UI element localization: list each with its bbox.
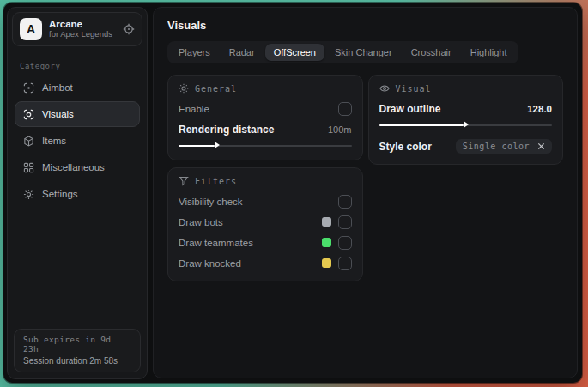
draw-knocked-controls <box>322 257 352 270</box>
visual-card: Visual Draw outline 128.0 Style color Si… <box>368 75 564 165</box>
rendering-distance-slider[interactable] <box>179 140 352 151</box>
general-card-title: General <box>195 84 237 94</box>
category-label: Category <box>20 62 135 70</box>
tab-players[interactable]: Players <box>170 44 219 61</box>
enable-checkbox[interactable] <box>338 102 352 116</box>
sub-expiry-text: Sub expires in 9d 23h <box>23 335 131 354</box>
style-color-value: Single color <box>463 142 530 151</box>
visibility-check-checkbox[interactable] <box>338 195 352 209</box>
tab-highlight[interactable]: Highlight <box>462 44 516 61</box>
sidebar: A Arcane for Apex Legends Category <box>7 7 148 379</box>
brand-text: Arcane for Apex Legends <box>49 19 116 39</box>
visuals-scan-icon <box>23 109 34 120</box>
sidebar-item-label: Miscellaneous <box>42 162 105 172</box>
draw-outline-value: 128.0 <box>527 104 552 114</box>
cube-icon <box>23 136 34 147</box>
sidebar-item-label: Items <box>42 136 66 146</box>
general-card: General Enable Rendering distance 100m <box>167 75 363 160</box>
rendering-distance-value: 100m <box>328 124 352 135</box>
app-subtitle: for Apex Legends <box>49 30 116 39</box>
rendering-distance-label: Rendering distance <box>179 124 274 136</box>
sidebar-nav: Aimbot Visuals Items <box>8 75 147 207</box>
draw-teammates-checkbox[interactable] <box>338 236 352 250</box>
draw-bots-checkbox[interactable] <box>338 215 352 229</box>
gear-icon <box>23 189 34 200</box>
bots-color-swatch[interactable] <box>322 217 331 227</box>
knocked-color-swatch[interactable] <box>322 258 331 268</box>
sidebar-item-label: Settings <box>42 189 78 199</box>
draw-bots-label: Draw bots <box>179 217 223 227</box>
draw-outline-slider[interactable] <box>379 119 553 130</box>
teammates-color-swatch[interactable] <box>322 238 331 247</box>
sidebar-item-visuals[interactable]: Visuals <box>15 101 140 127</box>
filters-card-header: Filters <box>179 176 352 186</box>
sidebar-item-settings[interactable]: Settings <box>15 181 140 207</box>
slider-fill <box>379 124 464 126</box>
brand-header: A Arcane for Apex Legends <box>12 12 142 46</box>
visibility-check-label: Visibility check <box>179 197 243 207</box>
tab-crosshair[interactable]: Crosshair <box>403 44 460 61</box>
sidebar-item-aimbot[interactable]: Aimbot <box>15 75 140 100</box>
sidebar-item-items[interactable]: Items <box>15 128 140 154</box>
sidebar-item-miscellaneous[interactable]: Miscellaneous <box>15 154 140 180</box>
clear-icon[interactable] <box>537 142 545 150</box>
rendering-distance-row: Rendering distance 100m <box>179 120 352 138</box>
app-logo: A <box>20 18 42 40</box>
enable-row: Enable <box>179 100 352 118</box>
general-card-header: General <box>179 83 352 94</box>
filters-card: Filters Visibility check Draw bots <box>167 167 363 281</box>
main-panel: Visuals Players Radar OffScreen Skin Cha… <box>153 7 578 378</box>
style-color-label: Style color <box>379 141 432 153</box>
style-color-row: Style color Single color <box>379 137 553 155</box>
visuals-tabbar: Players Radar OffScreen Skin Changer Cro… <box>167 41 518 63</box>
left-column: General Enable Rendering distance 100m <box>167 75 363 281</box>
tab-skin-changer[interactable]: Skin Changer <box>326 44 401 61</box>
right-column: Visual Draw outline 128.0 Style color Si… <box>368 75 564 165</box>
eye-icon <box>379 83 390 94</box>
filters-card-title: Filters <box>195 177 237 186</box>
enable-label: Enable <box>179 104 209 114</box>
draw-knocked-label: Draw knocked <box>179 258 241 269</box>
draw-knocked-row: Draw knocked <box>179 254 352 272</box>
session-duration-text: Session duration 2m 58s <box>23 356 131 366</box>
visibility-check-row: Visibility check <box>179 192 352 210</box>
sidebar-item-label: Aimbot <box>42 82 73 93</box>
draw-outline-label: Draw outline <box>379 103 441 115</box>
draw-teammates-label: Draw teammates <box>179 238 253 248</box>
crosshair-icon[interactable] <box>123 23 135 35</box>
sidebar-item-label: Visuals <box>42 109 74 119</box>
grid-icon <box>23 162 34 173</box>
tab-radar[interactable]: Radar <box>221 44 264 61</box>
visual-card-header: Visual <box>379 83 553 94</box>
content-grid: General Enable Rendering distance 100m <box>167 75 563 281</box>
draw-knocked-checkbox[interactable] <box>338 257 352 270</box>
slider-fill <box>179 145 215 147</box>
tab-offscreen[interactable]: OffScreen <box>265 44 324 61</box>
aimbot-scope-icon <box>23 82 34 94</box>
style-color-select[interactable]: Single color <box>456 139 552 154</box>
app-window: A Arcane for Apex Legends Category <box>3 3 582 383</box>
sidebar-spacer <box>8 207 147 323</box>
funnel-icon <box>179 176 189 186</box>
draw-teammates-row: Draw teammates <box>179 233 352 251</box>
draw-bots-row: Draw bots <box>179 213 352 231</box>
visual-card-title: Visual <box>396 84 432 94</box>
subscription-info: Sub expires in 9d 23h Session duration 2… <box>14 329 141 372</box>
page-title: Visuals <box>167 19 563 32</box>
sun-icon <box>179 83 189 94</box>
draw-bots-controls <box>322 215 352 229</box>
draw-teammates-controls <box>322 236 352 250</box>
draw-outline-row: Draw outline 128.0 <box>379 100 553 118</box>
